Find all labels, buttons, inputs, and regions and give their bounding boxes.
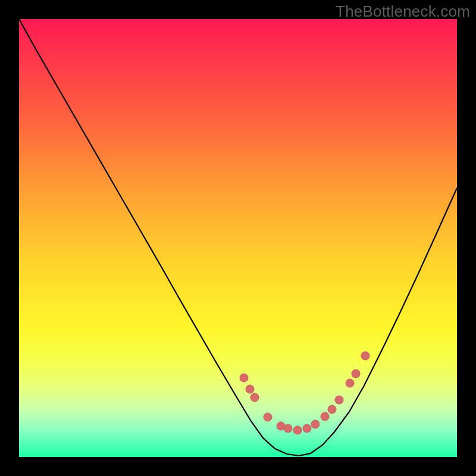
plot-area	[19, 19, 457, 457]
data-marker	[246, 385, 254, 393]
data-marker	[321, 412, 329, 421]
data-marker	[303, 424, 311, 433]
data-marker	[352, 369, 360, 378]
marker-group	[240, 352, 369, 434]
data-marker	[240, 374, 248, 382]
data-marker	[361, 352, 369, 360]
chart-svg	[19, 19, 457, 457]
data-marker	[311, 420, 320, 428]
data-marker	[293, 426, 302, 434]
data-marker	[284, 424, 292, 433]
data-marker	[346, 379, 354, 387]
data-marker	[250, 393, 259, 402]
data-marker	[328, 405, 336, 414]
watermark-text: TheBottleneck.com	[336, 2, 470, 21]
data-marker	[264, 413, 272, 421]
chart-stage: TheBottleneck.com	[0, 0, 476, 476]
bottleneck-curve	[19, 19, 457, 456]
data-marker	[335, 396, 343, 404]
